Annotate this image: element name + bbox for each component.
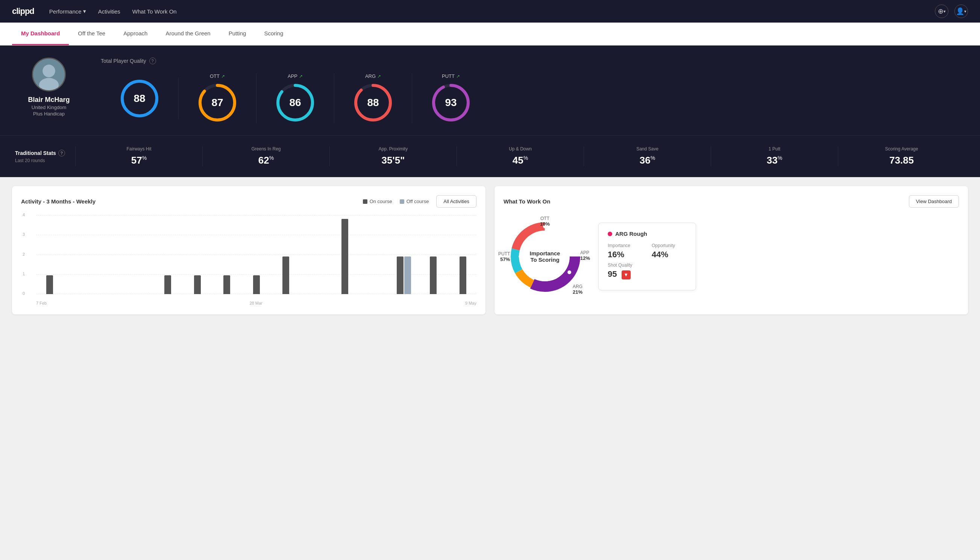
nav-links: Performance ▾ Activities What To Work On (49, 8, 920, 15)
player-info: Blair McHarg United Kingdom Plus Handica… (15, 58, 83, 117)
bar-group-9 (301, 293, 329, 294)
bar-group-2 (95, 293, 122, 294)
arg-circle: 88 (353, 82, 394, 123)
activity-chart-title: Activity - 3 Months - Weekly (21, 198, 95, 205)
activity-card-header: Activity - 3 Months - Weekly On course O… (21, 195, 476, 208)
overall-value: 88 (133, 93, 145, 105)
logo-text: clippd (12, 7, 34, 16)
overall-score: 88 (101, 78, 179, 119)
bar-on-5 (194, 275, 201, 294)
help-icon[interactable]: ? (149, 58, 156, 64)
nav-right: ⊕ ▾ 👤 ▾ (935, 5, 968, 18)
player-handicap: Plus Handicap (33, 111, 65, 117)
arg-score: ARG ↗ 88 (334, 73, 412, 123)
plus-icon: ⊕ (938, 7, 943, 15)
x-axis: 7 Feb 28 Mar 9 May (36, 301, 476, 305)
donut-label-arg: ARG 21% (573, 284, 582, 295)
stat-sand-save: Sand Save 36% (584, 146, 711, 166)
chevron-small-icon: ▾ (943, 9, 946, 14)
info-dot (608, 232, 612, 236)
trad-help-icon[interactable]: ? (58, 150, 65, 157)
all-activities-button[interactable]: All Activities (436, 195, 476, 208)
svg-point-20 (519, 255, 522, 258)
player-country: United Kingdom (32, 105, 67, 110)
bar-on-8 (283, 257, 289, 294)
bar-empty-11 (370, 293, 378, 294)
bar-on-0 (46, 275, 53, 294)
app-score: APP ↗ 86 (256, 73, 334, 123)
tab-approach[interactable]: Approach (114, 23, 156, 45)
ott-circle: 87 (197, 82, 238, 123)
bar-empty-1 (76, 293, 83, 294)
app-trend-icon: ↗ (299, 74, 303, 79)
bar-off-12 (404, 257, 411, 294)
wtw-title: What To Work On (504, 198, 550, 205)
bar-group-4 (154, 275, 181, 294)
logo: clippd (12, 7, 34, 16)
stats-header: Total Player Quality ? (101, 58, 965, 64)
wtw-body: Importance To Scoring OTT 10% APP 12% AR… (504, 215, 959, 298)
user-menu-button[interactable]: 👤 ▾ (954, 5, 968, 18)
bar-empty-2 (105, 293, 112, 294)
bar-group-8 (272, 257, 299, 294)
bar-group-10 (331, 219, 358, 294)
player-quality-section: Total Player Quality ? 88 OTT ↗ (101, 58, 965, 123)
bar-on-4 (164, 275, 171, 294)
putt-score: PUTT ↗ 93 (412, 73, 490, 123)
nav-activities[interactable]: Activities (98, 8, 120, 15)
bar-group-1 (65, 293, 93, 294)
tab-my-dashboard[interactable]: My Dashboard (12, 23, 69, 45)
bar-group-3 (125, 293, 151, 294)
stat-greens-in-reg: Greens In Reg 62% (202, 146, 329, 166)
app-value: 86 (289, 97, 301, 109)
stat-fairways-hit: Fairways Hit 57% (75, 146, 202, 166)
legend-off-course-dot (400, 199, 404, 204)
bar-on-10 (341, 219, 348, 294)
svg-point-19 (567, 270, 571, 274)
svg-point-18 (567, 239, 571, 243)
x-label-may: 9 May (465, 301, 476, 305)
top-nav: clippd Performance ▾ Activities What To … (0, 0, 980, 23)
trad-stats-title: Traditional Stats ? (15, 150, 75, 157)
bar-on-14 (459, 257, 466, 294)
info-row-bottom: Shot Quality 95 ▼ (608, 263, 687, 279)
tab-scoring[interactable]: Scoring (255, 23, 292, 45)
info-row-top: Importance 16% Opportunity 44% (608, 243, 687, 260)
bar-on-7 (253, 275, 260, 294)
bar-on-6 (223, 275, 230, 294)
tab-off-the-tee[interactable]: Off the Tee (69, 23, 114, 45)
what-to-work-on-card: What To Work On View Dashboard (494, 186, 968, 314)
info-shot-quality: Shot Quality 95 ▼ (608, 263, 687, 279)
svg-point-1 (43, 65, 55, 77)
nav-performance[interactable]: Performance ▾ (49, 8, 86, 15)
stat-one-putt: 1 Putt 33% (711, 146, 838, 166)
hero-section: Blair McHarg United Kingdom Plus Handica… (0, 45, 980, 136)
ott-value: 87 (211, 97, 223, 109)
tab-around-the-green[interactable]: Around the Green (156, 23, 219, 45)
bar-group-6 (213, 275, 240, 294)
info-card-title: ARG Rough (608, 230, 687, 237)
avatar (32, 58, 66, 92)
add-button[interactable]: ⊕ ▾ (935, 5, 948, 18)
view-dashboard-button[interactable]: View Dashboard (909, 195, 959, 208)
traditional-stats-section: Traditional Stats ? Last 20 rounds Fairw… (0, 136, 980, 177)
info-importance: Importance 16% (608, 243, 643, 260)
bars-container (36, 215, 476, 294)
x-label-mar: 28 Mar (249, 301, 262, 305)
bar-group-12 (390, 257, 418, 294)
ott-score: OTT ↗ 87 (179, 73, 256, 123)
donut-label-ott: OTT 10% (540, 216, 550, 227)
stat-up-and-down: Up & Down 45% (456, 146, 584, 166)
arg-value: 88 (367, 97, 379, 109)
bar-on-13 (430, 257, 437, 294)
overall-circle: 88 (119, 78, 160, 119)
user-icon: 👤 (956, 7, 964, 15)
tab-putting[interactable]: Putting (220, 23, 255, 45)
ott-trend-icon: ↗ (221, 74, 225, 79)
bar-group-5 (183, 275, 211, 294)
activity-chart-card: Activity - 3 Months - Weekly On course O… (12, 186, 486, 314)
legend-on-course-dot (363, 199, 368, 204)
bar-group-11 (361, 293, 388, 294)
nav-what-to-work-on[interactable]: What To Work On (132, 8, 177, 15)
chart-area: 4 3 2 1 0 7 Feb 28 Mar 9 May (21, 215, 476, 305)
